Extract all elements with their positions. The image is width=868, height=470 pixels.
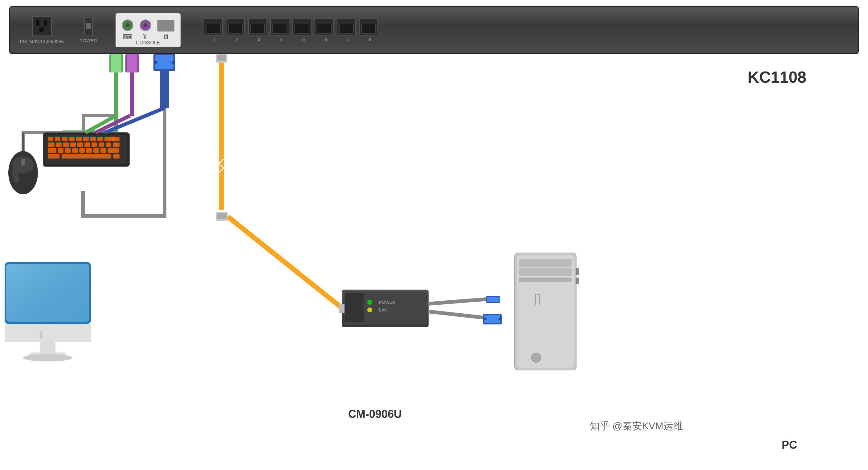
svg-text::  bbox=[40, 329, 43, 340]
svg-rect-18 bbox=[48, 137, 53, 141]
svg-rect-28 bbox=[48, 143, 55, 147]
svg-rect-2 bbox=[114, 72, 118, 116]
svg-rect-61 bbox=[345, 293, 364, 322]
svg-point-9 bbox=[172, 61, 175, 64]
svg-rect-19 bbox=[55, 137, 60, 141]
svg-rect-25 bbox=[97, 137, 103, 141]
svg-text:LAN: LAN bbox=[379, 307, 387, 313]
svg-rect-33 bbox=[85, 143, 90, 147]
svg-rect-58 bbox=[217, 213, 226, 219]
svg-rect-81 bbox=[519, 277, 571, 282]
svg-line-71 bbox=[428, 312, 484, 318]
svg-rect-5 bbox=[130, 72, 134, 116]
svg-rect-83 bbox=[576, 268, 579, 275]
svg-rect-48 bbox=[62, 154, 111, 158]
svg-rect-73 bbox=[485, 315, 500, 323]
svg-rect-42 bbox=[79, 148, 85, 153]
svg-rect-35 bbox=[99, 143, 104, 147]
svg-rect-43 bbox=[86, 148, 92, 153]
svg-rect-84 bbox=[576, 277, 579, 284]
svg-point-8 bbox=[154, 61, 157, 64]
svg-rect-7 bbox=[155, 55, 174, 69]
svg-rect-47 bbox=[48, 154, 59, 158]
svg-rect-4 bbox=[127, 54, 137, 72]
svg-rect-89 bbox=[5, 329, 91, 342]
svg-rect-46 bbox=[107, 148, 119, 153]
svg-rect-70 bbox=[487, 297, 499, 302]
svg-line-66 bbox=[228, 217, 342, 308]
svg-line-68 bbox=[428, 299, 487, 304]
svg-rect-79 bbox=[519, 259, 571, 267]
svg-rect-34 bbox=[92, 143, 97, 147]
svg-point-74 bbox=[484, 318, 487, 320]
svg-rect-41 bbox=[72, 148, 78, 153]
svg-rect-14 bbox=[21, 159, 25, 166]
svg-rect-32 bbox=[78, 143, 83, 147]
svg-rect-30 bbox=[63, 143, 69, 147]
svg-point-82 bbox=[531, 353, 541, 362]
svg-rect-20 bbox=[62, 137, 67, 141]
svg-rect-21 bbox=[69, 137, 74, 141]
svg-point-63 bbox=[367, 307, 372, 313]
svg-rect-23 bbox=[83, 137, 89, 141]
svg-point-62 bbox=[367, 300, 372, 305]
svg-rect-10 bbox=[160, 71, 169, 108]
svg-rect-24 bbox=[90, 137, 96, 141]
svg-rect-36 bbox=[106, 143, 111, 147]
svg-rect-1 bbox=[111, 54, 121, 72]
svg-rect-37 bbox=[113, 143, 120, 147]
svg-rect-80 bbox=[519, 268, 571, 276]
svg-rect-50 bbox=[110, 137, 115, 141]
svg-rect-22 bbox=[76, 137, 82, 141]
svg-rect-31 bbox=[70, 143, 76, 147]
svg-rect-26 bbox=[104, 137, 110, 141]
svg-rect-88 bbox=[5, 324, 91, 330]
svg-text:POWER: POWER bbox=[379, 300, 395, 305]
svg-rect-91 bbox=[40, 342, 56, 353]
svg-point-93 bbox=[23, 354, 72, 361]
svg-rect-40 bbox=[65, 148, 70, 153]
cm-adapter-label: CM-0906U bbox=[348, 408, 402, 421]
svg-rect-29 bbox=[56, 143, 62, 147]
svg-point-75 bbox=[499, 318, 501, 320]
svg-text::  bbox=[535, 290, 541, 309]
diagram-svg: POWER LAN   bbox=[0, 0, 868, 470]
svg-rect-67 bbox=[339, 304, 344, 313]
svg-rect-39 bbox=[58, 148, 63, 153]
svg-rect-55 bbox=[217, 55, 226, 61]
svg-line-53 bbox=[105, 108, 164, 133]
svg-rect-44 bbox=[93, 148, 99, 153]
svg-rect-49 bbox=[114, 154, 120, 158]
svg-rect-87 bbox=[6, 264, 89, 322]
svg-rect-38 bbox=[48, 148, 56, 153]
watermark-label: 知乎 @秦安KVM运维 bbox=[590, 419, 683, 433]
svg-rect-45 bbox=[100, 148, 106, 153]
pc-label: PC bbox=[782, 439, 797, 451]
